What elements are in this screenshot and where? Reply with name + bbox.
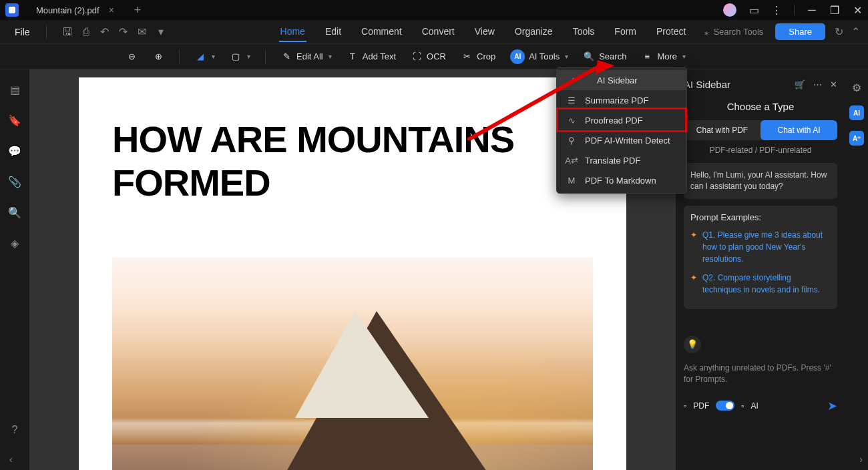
- ai-greeting: Hello, I'm Lumi, your AI assistant. How …: [684, 163, 837, 199]
- menubar: File 🖫 ⎙ ↶ ↷ ✉ ▾ Home Edit Comment Conve…: [0, 20, 868, 44]
- ai-toggle[interactable]: [716, 401, 734, 411]
- add-text-button[interactable]: TAdd Text: [341, 48, 401, 65]
- message-icon[interactable]: ▭: [748, 5, 759, 15]
- more-button[interactable]: ≡More▾: [636, 48, 691, 65]
- prompt-q2[interactable]: ✦ Q2. Compare storytelling techniques in…: [690, 272, 831, 296]
- new-tab-button[interactable]: +: [134, 3, 142, 17]
- thumbnails-icon[interactable]: ▤: [8, 83, 21, 96]
- related-label: PDF-related / PDF-unrelated: [684, 146, 837, 155]
- check-icon: ✓: [566, 75, 577, 85]
- ai-toggle-icon: ▫: [741, 401, 744, 411]
- chat-with-ai-button[interactable]: Chat with AI: [761, 120, 837, 140]
- attachment-icon[interactable]: 📎: [8, 175, 21, 188]
- dropdown-icon[interactable]: ▾: [155, 26, 167, 38]
- mail-icon[interactable]: ✉: [136, 26, 148, 38]
- chat-with-pdf-button[interactable]: Chat with PDF: [684, 120, 761, 140]
- tab-edit[interactable]: Edit: [324, 22, 343, 42]
- document-tab[interactable]: Mountain (2).pdf ×: [25, 0, 125, 20]
- send-icon[interactable]: ➤: [827, 399, 837, 413]
- dropdown-ai-sidebar[interactable]: ✓ AI Sidebar: [557, 70, 686, 90]
- pdf-page: HOW ARE MOUNTAINS FORMED: [79, 77, 626, 470]
- search-tools-label: Search Tools: [713, 27, 763, 37]
- main-tabs: Home Edit Comment Convert View Organize …: [279, 22, 688, 42]
- tab-home[interactable]: Home: [279, 22, 306, 42]
- tab-view[interactable]: View: [473, 22, 496, 42]
- chevron-up-icon[interactable]: ⌃: [851, 25, 860, 38]
- ai-badge-icon: AI: [510, 49, 525, 64]
- dropdown-markdown[interactable]: M PDF To Markdown: [557, 170, 686, 190]
- sync-icon[interactable]: ↻: [835, 25, 843, 38]
- ai-sidebar: AI Sidebar 🛒 ⋯ ✕ Choose a Type Chat with…: [676, 69, 845, 470]
- zoom-in-button[interactable]: ⊕: [147, 48, 170, 65]
- ask-placeholder[interactable]: Ask anything unrelated to PDFs. Press '#…: [684, 363, 837, 385]
- tab-tools[interactable]: Tools: [572, 22, 596, 42]
- type-toggle: Chat with PDF Chat with AI: [684, 120, 837, 140]
- print-icon[interactable]: ⎙: [80, 26, 92, 38]
- idea-icon[interactable]: 💡: [684, 336, 701, 353]
- tab-form[interactable]: Form: [613, 22, 638, 42]
- shape-button[interactable]: ▢▾: [224, 48, 256, 65]
- left-sidebar: ▤ 🔖 💬 📎 🔍 ◈ ?: [0, 69, 29, 470]
- search-button[interactable]: 🔍Search: [578, 48, 632, 65]
- far-right-bar: ⚙ AI A⁺: [845, 69, 868, 470]
- app-logo: [5, 3, 19, 17]
- user-avatar[interactable]: [723, 3, 736, 17]
- pdf-toggle-icon: ▫: [684, 401, 686, 411]
- comment-icon[interactable]: 💬: [8, 144, 21, 158]
- dropdown-proofread[interactable]: ∿ Proofread PDF: [557, 110, 686, 130]
- tab-protect[interactable]: Protect: [655, 22, 687, 42]
- detect-icon: ⚲: [566, 135, 577, 146]
- ai-tools-dropdown: ✓ AI Sidebar ☰ Summarize PDF ∿ Proofread…: [556, 67, 687, 194]
- help-icon[interactable]: ?: [8, 423, 21, 437]
- ocr-button[interactable]: ⛶OCR: [405, 48, 451, 65]
- next-page-button[interactable]: ›: [859, 454, 863, 465]
- close-button[interactable]: ✕: [852, 5, 863, 15]
- summary-icon: ☰: [566, 95, 577, 105]
- edit-all-button[interactable]: ✎Edit All▾: [275, 48, 337, 65]
- tab-organize[interactable]: Organize: [513, 22, 554, 42]
- kebab-menu-icon[interactable]: ⋮: [771, 5, 782, 15]
- star-icon: ✦: [690, 272, 697, 296]
- more-dots-icon[interactable]: ⋯: [813, 79, 822, 89]
- tab-comment[interactable]: Comment: [360, 22, 403, 42]
- dropdown-summarize[interactable]: ☰ Summarize PDF: [557, 90, 686, 110]
- highlight-button[interactable]: ◢▾: [189, 48, 220, 65]
- ai-sidebar-title: AI Sidebar: [684, 79, 730, 90]
- ai-panel-icon[interactable]: AI: [849, 105, 864, 120]
- crop-button[interactable]: ✂Crop: [455, 48, 501, 65]
- save-icon[interactable]: 🖫: [61, 26, 73, 38]
- undo-icon[interactable]: ↶: [99, 26, 111, 38]
- sliders-icon[interactable]: ⚙: [849, 80, 864, 95]
- bulb-icon: ⁎: [704, 27, 709, 37]
- document-image: [112, 258, 593, 470]
- share-button[interactable]: Share: [775, 23, 825, 40]
- document-heading: HOW ARE MOUNTAINS FORMED: [112, 118, 593, 204]
- tab-title: Mountain (2).pdf: [36, 5, 99, 15]
- dropdown-translate[interactable]: A⇄ Translate PDF: [557, 150, 686, 170]
- prompt-q1[interactable]: ✦ Q1. Please give me 3 ideas about how t…: [690, 229, 831, 265]
- prompt-examples: Prompt Examples: ✦ Q1. Please give me 3 …: [684, 206, 837, 309]
- maximize-button[interactable]: ❐: [829, 5, 840, 15]
- search-tools[interactable]: ⁎ Search Tools: [704, 27, 763, 37]
- pdf-toggle-label: PDF: [693, 401, 709, 411]
- translate-panel-icon[interactable]: A⁺: [849, 131, 864, 146]
- minimize-button[interactable]: ─: [807, 5, 817, 15]
- dropdown-ai-detect[interactable]: ⚲ PDF AI-Written Detect: [557, 130, 686, 150]
- titlebar: Mountain (2).pdf × + ▭ ⋮ ─ ❐ ✕: [0, 0, 868, 20]
- toolbar: ⊖ ⊕ ◢▾ ▢▾ ✎Edit All▾ TAdd Text ⛶OCR ✂Cro…: [0, 44, 868, 69]
- layers-icon[interactable]: ◈: [8, 236, 21, 250]
- zoom-out-button[interactable]: ⊖: [120, 48, 143, 65]
- close-panel-icon[interactable]: ✕: [830, 79, 837, 89]
- redo-icon[interactable]: ↷: [118, 26, 130, 38]
- tab-close-icon[interactable]: ×: [109, 5, 114, 15]
- markdown-icon: M: [566, 175, 577, 186]
- search-icon[interactable]: 🔍: [8, 206, 21, 219]
- prev-page-button[interactable]: ‹: [9, 454, 13, 465]
- translate-icon: A⇄: [566, 155, 577, 166]
- choose-type-label: Choose a Type: [684, 101, 837, 112]
- file-menu[interactable]: File: [8, 27, 37, 37]
- ai-tools-button[interactable]: AIAI Tools▾: [505, 47, 574, 67]
- bookmark-icon[interactable]: 🔖: [8, 113, 21, 127]
- tab-convert[interactable]: Convert: [421, 22, 456, 42]
- cart-icon[interactable]: 🛒: [795, 79, 805, 89]
